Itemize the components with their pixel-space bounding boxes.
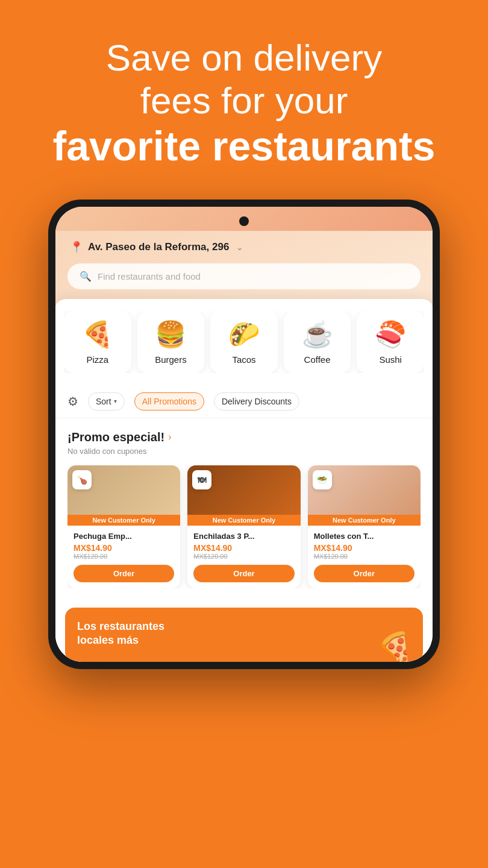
- restaurant-card-2[interactable]: 🍽 New Customer Only Enchiladas 3 P... MX…: [187, 465, 300, 588]
- order-button-3[interactable]: Order: [314, 565, 414, 582]
- tacos-icon: 🌮: [228, 319, 260, 350]
- hero-line2: fees for your: [24, 79, 464, 122]
- delivery-discounts-label: Delivery Discounts: [222, 397, 292, 406]
- card-name-3: Molletes con T...: [314, 532, 414, 541]
- bottom-banner-pizza-icon: 🍕: [377, 631, 413, 662]
- card-image-3: 🥗 New Customer Only: [308, 465, 421, 526]
- location-pin-icon: 📍: [70, 241, 83, 254]
- search-bar[interactable]: 🔍 Find restaurants and food: [67, 263, 421, 289]
- phone-screen: 📍 Av. Paseo de la Reforma, 296 ⌄ 🔍 Find …: [55, 207, 433, 662]
- category-burgers-label: Burgers: [155, 354, 187, 365]
- promo-section: ¡Promo especial! › No válido con cupones…: [55, 418, 433, 598]
- new-customer-badge-3: New Customer Only: [308, 515, 421, 526]
- sort-chevron-icon: ▾: [114, 398, 117, 404]
- order-button-1[interactable]: Order: [74, 565, 174, 582]
- app-content: 📍 Av. Paseo de la Reforma, 296 ⌄ 🔍 Find …: [55, 231, 433, 662]
- restaurant-logo-1: 🍗: [72, 470, 92, 489]
- sort-label: Sort: [96, 397, 111, 406]
- phone-wrapper: 📍 Av. Paseo de la Reforma, 296 ⌄ 🔍 Find …: [0, 187, 488, 669]
- category-pizza[interactable]: 🍕 Pizza: [64, 311, 131, 373]
- restaurant-logo-2: 🍽: [192, 470, 211, 489]
- location-chevron-icon: ⌄: [236, 242, 243, 252]
- categories-row: 🍕 Pizza 🍔 Burgers 🌮 Tacos ☕: [64, 311, 424, 373]
- card-body-3: Molletes con T... MX$14.90 MX$120.00 Ord…: [308, 526, 421, 588]
- phone-camera: [239, 216, 249, 226]
- burgers-icon: 🍔: [155, 319, 186, 350]
- card-price-old-3: MX$120.00: [314, 553, 414, 560]
- category-tacos-label: Tacos: [232, 354, 255, 365]
- promo-arrow-icon[interactable]: ›: [168, 432, 171, 442]
- restaurant-logo-3: 🥗: [313, 470, 332, 489]
- card-price-new-3: MX$14.90: [314, 543, 414, 553]
- pizza-icon: 🍕: [82, 319, 113, 350]
- category-sushi[interactable]: 🍣 Sushi: [357, 311, 424, 373]
- coffee-icon: ☕: [302, 319, 333, 350]
- category-coffee-label: Coffee: [304, 354, 331, 365]
- phone-mockup: 📍 Av. Paseo de la Reforma, 296 ⌄ 🔍 Find …: [48, 200, 440, 669]
- phone-notch: [55, 207, 433, 231]
- card-name-1: Pechuga Emp...: [74, 532, 174, 541]
- categories-section: 🍕 Pizza 🍔 Burgers 🌮 Tacos ☕: [55, 299, 433, 385]
- delivery-discounts-button[interactable]: Delivery Discounts: [214, 392, 299, 410]
- promo-subtitle: No válido con cupones: [67, 447, 421, 456]
- location-address: Av. Paseo de la Reforma, 296: [88, 241, 229, 253]
- card-name-2: Enchiladas 3 P...: [193, 532, 294, 541]
- category-pizza-label: Pizza: [86, 354, 108, 365]
- category-burgers[interactable]: 🍔 Burgers: [137, 311, 205, 373]
- bottom-banner[interactable]: Los restauranteslocales más 🍕: [65, 608, 423, 662]
- category-sushi-label: Sushi: [379, 354, 402, 365]
- card-body-1: Pechuga Emp... MX$14.90 MX$120.00 Order: [67, 526, 180, 588]
- all-promotions-label: All Promotions: [142, 397, 196, 406]
- card-price-new-2: MX$14.90: [193, 543, 294, 553]
- category-tacos[interactable]: 🌮 Tacos: [210, 311, 278, 373]
- promo-title-row: ¡Promo especial! ›: [67, 430, 421, 444]
- hero-line1: Save on delivery: [24, 36, 464, 79]
- search-input[interactable]: Find restaurants and food: [98, 271, 201, 281]
- hero-line3: favorite restaurants: [24, 122, 464, 169]
- card-price-old-1: MX$120.00: [74, 553, 174, 560]
- restaurant-card-3[interactable]: 🥗 New Customer Only Molletes con T... MX…: [308, 465, 421, 588]
- card-price-old-2: MX$120.00: [193, 553, 294, 560]
- filter-settings-icon[interactable]: ⚙: [67, 394, 78, 409]
- sort-button[interactable]: Sort ▾: [88, 392, 125, 410]
- location-bar[interactable]: 📍 Av. Paseo de la Reforma, 296 ⌄: [55, 231, 433, 259]
- category-coffee[interactable]: ☕ Coffee: [284, 311, 351, 373]
- card-image-2: 🍽 New Customer Only: [187, 465, 300, 526]
- card-image-1: 🍗 New Customer Only: [67, 465, 180, 526]
- new-customer-badge-2: New Customer Only: [187, 515, 300, 526]
- restaurant-card-1[interactable]: 🍗 New Customer Only Pechuga Emp... MX$14…: [67, 465, 180, 588]
- filter-bar: ⚙ Sort ▾ All Promotions Delivery Discoun…: [55, 385, 433, 418]
- restaurant-cards-row: 🍗 New Customer Only Pechuga Emp... MX$14…: [67, 465, 421, 588]
- hero-section: Save on delivery fees for your favorite …: [0, 0, 488, 187]
- card-price-new-1: MX$14.90: [74, 543, 174, 553]
- bottom-banner-text: Los restauranteslocales más: [77, 620, 164, 648]
- search-icon: 🔍: [80, 271, 92, 282]
- sushi-icon: 🍣: [375, 319, 406, 350]
- all-promotions-button[interactable]: All Promotions: [134, 392, 204, 410]
- promo-title: ¡Promo especial!: [67, 430, 164, 444]
- new-customer-badge-1: New Customer Only: [67, 515, 180, 526]
- card-body-2: Enchiladas 3 P... MX$14.90 MX$120.00 Ord…: [187, 526, 300, 588]
- order-button-2[interactable]: Order: [193, 565, 294, 582]
